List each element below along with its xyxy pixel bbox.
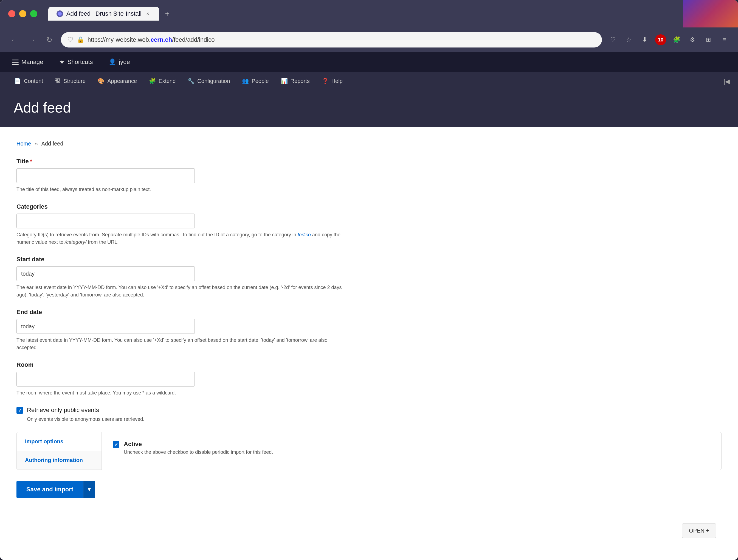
user-icon: 👤 — [109, 58, 116, 66]
browser-icons: ♡ ☆ ⬇ 10 🧩 ⚙ ⊞ ≡ — [608, 34, 730, 45]
end-date-help: The latest event date in YYYY-MM-DD form… — [16, 336, 346, 351]
active-checkbox[interactable] — [113, 441, 119, 448]
save-row: Save and import ▾ — [16, 481, 722, 498]
reports-icon: 📊 — [281, 78, 288, 84]
nav-reports-label: Reports — [291, 78, 310, 84]
start-date-label: Start date — [16, 256, 722, 263]
security-icon: 🛡 — [67, 36, 73, 43]
star-toolbar-icon: ★ — [59, 58, 65, 66]
breadcrumb-home-link[interactable]: Home — [16, 141, 31, 147]
pocket-icon[interactable]: ♡ — [608, 34, 618, 45]
nav-item-reports[interactable]: 📊 Reports — [275, 72, 316, 91]
nav-item-configuration[interactable]: 🔧 Configuration — [181, 72, 236, 91]
end-date-label: End date — [16, 309, 722, 316]
import-options-tab[interactable]: Import options — [17, 433, 101, 451]
extensions-icon[interactable]: 🧩 — [671, 34, 682, 45]
nav-item-extend[interactable]: 🧩 Extend — [143, 72, 181, 91]
svg-point-0 — [58, 12, 62, 16]
configuration-icon: 🔧 — [188, 78, 195, 84]
back-button[interactable]: ← — [8, 34, 20, 46]
retrieve-public-help: Only events visible to anonymous users a… — [27, 416, 722, 422]
retrieve-public-row: Retrieve only public events — [16, 406, 722, 414]
ublock-icon[interactable]: 10 — [655, 34, 666, 45]
retrieve-public-group: Retrieve only public events Only events … — [16, 406, 722, 422]
reload-button[interactable]: ↻ — [43, 34, 55, 46]
traffic-lights — [8, 10, 37, 17]
star-icon[interactable]: ☆ — [623, 34, 634, 45]
hamburger-icon — [12, 59, 19, 65]
url-highlight: cern.ch — [150, 36, 172, 43]
manage-button[interactable]: Manage — [8, 56, 47, 68]
new-tab-button[interactable]: + — [162, 8, 173, 19]
minimize-button[interactable] — [19, 10, 26, 17]
tab-title: Add feed | Drush Site-Install — [66, 10, 141, 17]
tab-favicon — [56, 10, 63, 17]
room-input[interactable] — [16, 372, 195, 386]
page-title: Add feed — [14, 99, 724, 116]
active-help: Uncheck the above checkbox to disable pe… — [124, 450, 273, 455]
manage-label: Manage — [21, 58, 43, 66]
import-sidebar: Import options Authoring information — [17, 433, 102, 470]
settings-icon[interactable]: ⚙ — [687, 34, 698, 45]
start-date-input[interactable] — [16, 266, 195, 281]
authoring-information-tab[interactable]: Authoring information — [17, 451, 101, 470]
download-icon[interactable]: ⬇ — [639, 34, 650, 45]
title-field-group: Title* The title of this feed, always tr… — [16, 158, 722, 193]
open-button[interactable]: OPEN + — [682, 524, 716, 538]
main-content: Home » Add feed Title* The title of this… — [0, 127, 738, 560]
url-suffix: /feed/add/indico — [172, 36, 215, 43]
nav-item-appearance[interactable]: 🎨 Appearance — [92, 72, 143, 91]
menu-icon[interactable]: ≡ — [719, 34, 730, 45]
people-icon: 👥 — [242, 78, 249, 84]
title-label: Title* — [16, 158, 722, 165]
nav-item-people[interactable]: 👥 People — [236, 72, 275, 91]
start-date-help: The earliest event date in YYYY-MM-DD fo… — [16, 284, 346, 299]
close-button[interactable] — [8, 10, 15, 17]
help-icon: ❓ — [322, 78, 329, 84]
room-field-group: Room The room where the event must take … — [16, 361, 722, 397]
tab-bar: Add feed | Drush Site-Install × + — [48, 7, 730, 21]
categories-label: Categories — [16, 203, 722, 210]
categories-help: Category ID(s) to retrieve events from. … — [16, 231, 346, 246]
retrieve-public-checkbox[interactable] — [16, 407, 23, 414]
lock-icon: 🔒 — [77, 36, 84, 43]
nav-collapse-button[interactable]: |◀ — [723, 78, 730, 85]
active-checkbox-row: Active Uncheck the above checkbox to dis… — [113, 441, 710, 455]
nav-item-structure[interactable]: 🏗 Structure — [49, 72, 92, 91]
nav-structure-label: Structure — [63, 78, 86, 84]
user-label: jyde — [119, 58, 130, 66]
title-input[interactable] — [16, 168, 195, 183]
tab-close-button[interactable]: × — [145, 11, 151, 17]
user-button[interactable]: 👤 jyde — [105, 56, 133, 68]
dropdown-icon: ▾ — [88, 486, 91, 493]
maximize-button[interactable] — [30, 10, 37, 17]
start-date-field-group: Start date The earliest event date in YY… — [16, 256, 722, 299]
room-help: The room where the event must take place… — [16, 389, 346, 397]
save-dropdown-button[interactable]: ▾ — [83, 481, 95, 498]
forward-button[interactable]: → — [26, 34, 38, 46]
grid-icon[interactable]: ⊞ — [703, 34, 714, 45]
nav-extend-label: Extend — [158, 78, 175, 84]
breadcrumb-current: Add feed — [41, 141, 63, 147]
nav-item-help[interactable]: ❓ Help — [316, 72, 349, 91]
categories-input[interactable] — [16, 214, 195, 228]
structure-icon: 🏗 — [55, 78, 61, 84]
shortcuts-label: Shortcuts — [67, 58, 93, 66]
breadcrumb-separator: » — [35, 141, 38, 147]
url-bar[interactable]: 🛡 🔒 https://my-website.web.cern.ch/feed/… — [61, 32, 602, 47]
page-header: Add feed — [0, 91, 738, 127]
active-tab[interactable]: Add feed | Drush Site-Install × — [48, 7, 159, 21]
shortcuts-button[interactable]: ★ Shortcuts — [55, 56, 97, 68]
url-text: https://my-website.web.cern.ch/feed/add/… — [87, 36, 215, 43]
active-label: Active — [124, 441, 273, 448]
end-date-input[interactable] — [16, 319, 195, 334]
import-content: Active Uncheck the above checkbox to dis… — [102, 433, 721, 470]
indico-link[interactable]: Indico — [298, 232, 311, 238]
cms-toolbar: Manage ★ Shortcuts 👤 jyde — [0, 52, 738, 72]
save-import-button[interactable]: Save and import — [16, 481, 83, 498]
url-bar-row: ← → ↻ 🛡 🔒 https://my-website.web.cern.ch… — [0, 27, 738, 52]
nav-appearance-label: Appearance — [107, 78, 137, 84]
nav-item-content[interactable]: Content — [8, 72, 49, 91]
breadcrumb: Home » Add feed — [16, 141, 722, 147]
title-required: * — [30, 158, 32, 165]
